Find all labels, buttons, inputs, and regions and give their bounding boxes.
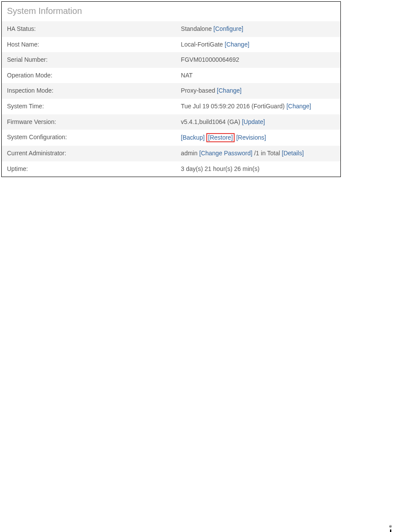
label-system-time: System Time: bbox=[7, 102, 181, 111]
change-inspection-link[interactable]: Change bbox=[217, 87, 242, 94]
serial-number-value: FGVM010000064692 bbox=[181, 56, 335, 64]
row-system-time: System Time: Tue Jul 19 05:59:20 2016 (F… bbox=[2, 99, 340, 114]
row-uptime: Uptime: 3 day(s) 21 hour(s) 26 min(s) bbox=[2, 161, 340, 177]
value-system-configuration: Backup Restore Revisions bbox=[181, 133, 335, 142]
label-host-name: Host Name: bbox=[7, 40, 181, 49]
label-ha-status: HA Status: bbox=[7, 25, 181, 33]
value-host-name: Local-FortiGate Change bbox=[181, 40, 335, 49]
system-time-value: Tue Jul 19 05:59:20 2016 (FortiGuard) bbox=[181, 103, 285, 110]
configure-link[interactable]: Configure bbox=[213, 25, 243, 32]
change-hostname-link[interactable]: Change bbox=[225, 41, 249, 48]
panel-title: System Information bbox=[2, 2, 340, 21]
label-current-admin: Current Administrator: bbox=[7, 149, 181, 158]
label-uptime: Uptime: bbox=[7, 165, 181, 174]
revisions-link[interactable]: Revisions bbox=[236, 134, 266, 141]
row-inspection-mode: Inspection Mode: Proxy-based Change bbox=[2, 83, 340, 99]
system-information-panel: System Information HA Status: Standalone… bbox=[1, 1, 341, 177]
change-password-link[interactable]: Change Password bbox=[199, 150, 252, 157]
label-operation-mode: Operation Mode: bbox=[7, 71, 181, 80]
backup-link[interactable]: Backup bbox=[181, 134, 205, 141]
operation-mode-value: NAT bbox=[181, 71, 335, 80]
row-ha-status: HA Status: Standalone Configure bbox=[2, 21, 340, 37]
value-ha-status: Standalone Configure bbox=[181, 25, 335, 33]
admin-details-link[interactable]: Details bbox=[282, 150, 304, 157]
label-inspection-mode: Inspection Mode: bbox=[7, 87, 181, 95]
label-serial-number: Serial Number: bbox=[7, 56, 181, 64]
update-firmware-link[interactable]: Update bbox=[242, 118, 265, 125]
row-firmware-version: Firmware Version: v5.4.1,build1064 (GA) … bbox=[2, 114, 340, 130]
admin-count-value: /1 in Total bbox=[254, 150, 280, 157]
value-inspection-mode: Proxy-based Change bbox=[181, 87, 335, 95]
value-system-time: Tue Jul 19 05:59:20 2016 (FortiGuard) Ch… bbox=[181, 102, 335, 111]
row-current-admin: Current Administrator: admin Change Pass… bbox=[2, 146, 340, 161]
row-system-configuration: System Configuration: Backup Restore Rev… bbox=[2, 130, 340, 146]
admin-name-value: admin bbox=[181, 150, 198, 157]
value-firmware-version: v5.4.1,build1064 (GA) Update bbox=[181, 118, 335, 127]
row-serial-number: Serial Number: FGVM010000064692 bbox=[2, 52, 340, 68]
row-operation-mode: Operation Mode: NAT bbox=[2, 68, 340, 84]
label-system-configuration: System Configuration: bbox=[7, 133, 181, 142]
label-firmware-version: Firmware Version: bbox=[7, 118, 181, 127]
uptime-value: 3 day(s) 21 hour(s) 26 min(s) bbox=[181, 165, 335, 174]
restore-highlight: Restore bbox=[206, 133, 235, 142]
ha-status-value: Standalone bbox=[181, 25, 212, 32]
brand-text: FORTINET bbox=[387, 526, 401, 532]
host-name-value: Local-FortiGate bbox=[181, 41, 223, 48]
firmware-version-value: v5.4.1,build1064 (GA) bbox=[181, 118, 240, 125]
value-current-admin: admin Change Password /1 in Total Detail… bbox=[181, 149, 335, 158]
row-host-name: Host Name: Local-FortiGate Change bbox=[2, 37, 340, 53]
restore-link[interactable]: Restore bbox=[208, 134, 233, 141]
change-time-link[interactable]: Change bbox=[286, 103, 311, 110]
inspection-mode-value: Proxy-based bbox=[181, 87, 215, 94]
